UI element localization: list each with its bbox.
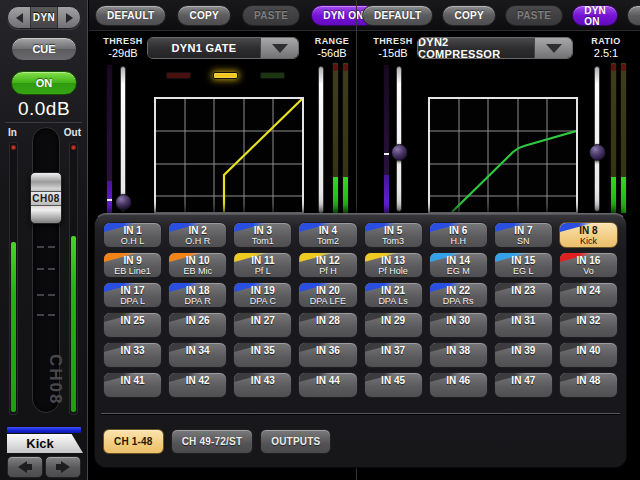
dyn1-default-button[interactable]: DEFAULT <box>95 5 166 26</box>
tab-outputs[interactable]: OUTPUTS <box>260 429 331 454</box>
channel-id: IN 27 <box>234 315 291 326</box>
tab-ch-1-48[interactable]: CH 1-48 <box>103 429 164 454</box>
channel-button-in-43[interactable]: IN 43 <box>233 372 292 398</box>
dyn2-thresh-slider[interactable] <box>396 66 402 212</box>
dynamics-toolbar: DEFAULT COPY PASTE DYN ON DEFAULT COPY P… <box>89 0 640 31</box>
channel-button-in-25[interactable]: IN 25 <box>103 312 162 338</box>
channel-button-in-27[interactable]: IN 27 <box>233 312 292 338</box>
channel-button-in-44[interactable]: IN 44 <box>298 372 357 398</box>
channel-button-in-13[interactable]: IN 13Pf Hole <box>364 252 423 278</box>
channel-button-in-20[interactable]: IN 20DPA LFE <box>298 282 357 308</box>
channel-name: DPA L <box>104 296 161 307</box>
channel-id: IN 10 <box>169 255 226 266</box>
channel-id: IN 4 <box>299 225 356 236</box>
channel-grid: IN 1O.H LIN 2O.H RIN 3Tom1IN 4Tom2IN 5To… <box>103 222 618 398</box>
dyn1-thresh-slider[interactable] <box>120 66 126 212</box>
channel-button-in-24[interactable]: IN 24 <box>559 282 618 308</box>
channel-id: IN 13 <box>365 255 422 266</box>
channel-button-in-4[interactable]: IN 4Tom2 <box>298 222 357 248</box>
channel-button-in-42[interactable]: IN 42 <box>168 372 227 398</box>
channel-button-in-23[interactable]: IN 23 <box>494 282 553 308</box>
chevron-left-icon <box>16 13 23 23</box>
channel-button-in-34[interactable]: IN 34 <box>168 342 227 368</box>
channel-button-in-22[interactable]: IN 22DPA Rs <box>429 282 488 308</box>
channel-button-in-35[interactable]: IN 35 <box>233 342 292 368</box>
channel-name-label[interactable]: Kick <box>7 434 83 453</box>
channel-button-in-17[interactable]: IN 17DPA L <box>103 282 162 308</box>
channel-button-in-8[interactable]: IN 8Kick <box>559 222 618 248</box>
channel-button-in-26[interactable]: IN 26 <box>168 312 227 338</box>
channel-button-in-5[interactable]: IN 5Tom3 <box>364 222 423 248</box>
channel-button-in-12[interactable]: IN 12Pf H <box>298 252 357 278</box>
meter-out-label: Out <box>64 127 81 138</box>
channel-button-in-41[interactable]: IN 41 <box>103 372 162 398</box>
channel-id: IN 31 <box>495 315 552 326</box>
channel-button-in-7[interactable]: IN 7SN <box>494 222 553 248</box>
dyn1-type-dropdown[interactable]: DYN1 GATE <box>147 37 299 59</box>
channel-on-button[interactable]: ON <box>11 71 77 95</box>
compressor-graph <box>428 97 578 214</box>
channel-button-in-19[interactable]: IN 19DPA C <box>233 282 292 308</box>
dyn2-ratio-slider-thumb[interactable] <box>589 144 606 161</box>
channel-name: Tom2 <box>299 236 356 247</box>
channel-button-in-33[interactable]: IN 33 <box>103 342 162 368</box>
tab-ch-49-72-st[interactable]: CH 49-72/ST <box>171 429 254 454</box>
channel-button-in-15[interactable]: IN 15EG L <box>494 252 553 278</box>
channel-name: DPA R <box>169 296 226 307</box>
dyn1-paste-button[interactable]: PASTE <box>242 5 300 26</box>
channel-next-button[interactable] <box>45 456 81 478</box>
channel-button-in-48[interactable]: IN 48 <box>559 372 618 398</box>
channel-button-in-6[interactable]: IN 6H.H <box>429 222 488 248</box>
channel-id: IN 40 <box>560 345 617 356</box>
dyn2-default-button[interactable]: DEFAULT <box>362 5 433 26</box>
channel-button-in-16[interactable]: IN 16Vo <box>559 252 618 278</box>
channel-button-in-47[interactable]: IN 47 <box>494 372 553 398</box>
channel-button-in-1[interactable]: IN 1O.H L <box>103 222 162 248</box>
channel-button-in-28[interactable]: IN 28 <box>298 312 357 338</box>
channel-button-in-32[interactable]: IN 32 <box>559 312 618 338</box>
arrow-right-icon <box>56 461 70 473</box>
dyn2-thresh-slider-thumb[interactable] <box>391 144 408 161</box>
compressor-curve <box>452 131 576 212</box>
dyn2-on-button[interactable]: DYN ON <box>572 5 618 26</box>
fader-knob[interactable]: CH08 <box>30 172 62 224</box>
channel-button-in-30[interactable]: IN 30 <box>429 312 488 338</box>
dyn2-copy-button[interactable]: COPY <box>442 5 496 26</box>
channel-button-in-21[interactable]: IN 21DPA Ls <box>364 282 423 308</box>
channel-prev-button[interactable] <box>7 456 43 478</box>
processor-next-button[interactable] <box>57 7 80 28</box>
channel-button-in-31[interactable]: IN 31 <box>494 312 553 338</box>
dyn2-ratio-slider[interactable] <box>594 66 600 212</box>
cue-button[interactable]: CUE <box>11 37 77 61</box>
channel-button-in-36[interactable]: IN 36 <box>298 342 357 368</box>
dyn1-thresh-slider-thumb[interactable] <box>115 194 132 211</box>
fader-tick <box>37 268 55 270</box>
channel-button-in-39[interactable]: IN 39 <box>494 342 553 368</box>
channel-button-in-38[interactable]: IN 38 <box>429 342 488 368</box>
channel-button-in-14[interactable]: IN 14EG M <box>429 252 488 278</box>
dyn2-type-dropdown[interactable]: DYN2 COMPRESSOR <box>417 37 573 59</box>
channel-id: IN 46 <box>430 375 487 386</box>
channel-bank-tabs: CH 1-48CH 49-72/STOUTPUTS <box>103 429 331 454</box>
channel-button-in-45[interactable]: IN 45 <box>364 372 423 398</box>
channel-button-in-37[interactable]: IN 37 <box>364 342 423 368</box>
channel-button-in-29[interactable]: IN 29 <box>364 312 423 338</box>
channel-id: IN 36 <box>299 345 356 356</box>
dyn2-paste-button[interactable]: PASTE <box>505 5 563 26</box>
dyn1-copy-button[interactable]: COPY <box>177 5 231 26</box>
channel-button-in-10[interactable]: IN 10EB Mic <box>168 252 227 278</box>
processor-prev-button[interactable] <box>8 7 31 28</box>
channel-button-in-11[interactable]: IN 11Pf L <box>233 252 292 278</box>
channel-id: IN 24 <box>560 285 617 296</box>
mixer-button[interactable]: MIXER <box>627 5 640 26</box>
dyn1-range-slider[interactable] <box>318 66 324 214</box>
channel-button-in-40[interactable]: IN 40 <box>559 342 618 368</box>
channel-id: IN 11 <box>234 255 291 266</box>
channel-button-in-3[interactable]: IN 3Tom1 <box>233 222 292 248</box>
channel-button-in-2[interactable]: IN 2O.H R <box>168 222 227 248</box>
sidebar-divider <box>5 122 82 123</box>
channel-button-in-46[interactable]: IN 46 <box>429 372 488 398</box>
channel-id: IN 17 <box>104 285 161 296</box>
channel-button-in-18[interactable]: IN 18DPA R <box>168 282 227 308</box>
channel-button-in-9[interactable]: IN 9EB Line1 <box>103 252 162 278</box>
